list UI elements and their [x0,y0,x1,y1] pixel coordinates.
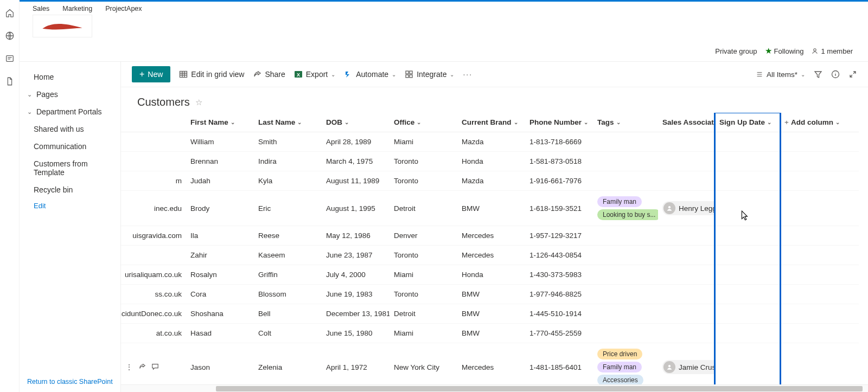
cell-signup[interactable] [715,226,780,246]
column-header-email[interactable] [121,113,186,132]
return-classic-link[interactable]: Return to classic SharePoint [27,378,113,385]
cell-tags[interactable] [593,132,658,152]
cell-email[interactable] [121,132,186,152]
cell-dob[interactable]: June 19, 1983 [322,285,390,304]
cell-dob[interactable]: April 28, 1989 [322,132,390,152]
column-header-office[interactable]: Office ⌄ [390,113,457,132]
home-icon[interactable] [4,8,15,18]
cell-assoc[interactable] [658,171,715,191]
cell-office[interactable]: Detroit [390,191,457,226]
cell-first[interactable]: Judah [186,171,254,191]
cell-assoc[interactable] [658,132,715,152]
cell-phone[interactable]: 1-770-455-2559 [525,324,593,343]
cell-tags[interactable] [593,265,658,285]
export-button[interactable]: X Export ⌄ [294,70,335,79]
cell-email[interactable]: at.co.uk [121,324,186,343]
new-button[interactable]: +New [132,66,170,82]
column-header-signup[interactable]: Sign Up Date ⌄ [715,113,780,132]
cell-phone[interactable]: 1-581-873-0518 [525,152,593,171]
cell-first[interactable]: Hasad [186,324,254,343]
cell-email[interactable]: ss.co.uk [121,285,186,304]
cell-signup[interactable] [715,343,780,384]
cell-signup[interactable] [715,285,780,304]
cell-brand[interactable]: BMW [457,304,525,324]
cell-add[interactable] [780,132,859,152]
cell-email[interactable] [121,246,186,265]
comment-icon[interactable] [151,363,159,372]
cell-brand[interactable]: Mazda [457,171,525,191]
cell-phone[interactable]: 1-445-510-1914 [525,304,593,324]
cell-brand[interactable]: BMW [457,191,525,226]
cell-email[interactable]: inec.edu [121,191,186,226]
cell-add[interactable] [780,152,859,171]
members-button[interactable]: 1 member [811,47,853,55]
share-button[interactable]: Share [253,70,285,79]
cell-office[interactable]: Toronto [390,171,457,191]
cell-phone[interactable]: 1-977-946-8825 [525,285,593,304]
cell-office[interactable]: Toronto [390,285,457,304]
cell-dob[interactable]: June 15, 1980 [322,324,390,343]
cell-assoc[interactable]: Jamie Crust [658,343,715,384]
cell-first[interactable]: Zahir [186,246,254,265]
file-icon[interactable] [4,76,15,87]
cell-tags[interactable]: Family manLooking to buy s... [593,191,658,226]
cell-add[interactable] [780,191,859,226]
tab-marketing[interactable]: Marketing [62,5,92,12]
cell-first[interactable]: William [186,132,254,152]
horizontal-scrollbar[interactable] [121,384,868,392]
cell-phone[interactable]: 1-916-661-7976 [525,171,593,191]
cell-signup[interactable] [715,171,780,191]
cell-tags[interactable] [593,246,658,265]
cell-tags[interactable] [593,226,658,246]
cell-office[interactable]: Detroit [390,304,457,324]
cell-email[interactable]: ⋮ [121,343,186,384]
cell-office[interactable]: Denver [390,226,457,246]
cell-first[interactable]: Brennan [186,152,254,171]
cell-tags[interactable] [593,304,658,324]
column-header-dob[interactable]: DOB ⌄ [322,113,390,132]
tab-sales[interactable]: Sales [33,5,49,12]
nav-home[interactable]: Home [20,68,120,86]
cell-last[interactable]: Griffin [254,265,322,285]
expand-button[interactable] [848,70,857,79]
cell-assoc[interactable]: Henry Legge [658,191,715,226]
cell-email[interactable] [121,152,186,171]
cell-first[interactable]: Shoshana [186,304,254,324]
cell-assoc[interactable] [658,285,715,304]
share-icon[interactable] [138,363,146,372]
cell-add[interactable] [780,304,859,324]
cell-phone[interactable]: 1-481-185-6401 [525,343,593,384]
nav-department-portals[interactable]: ⌄Department Portals [20,103,120,120]
associate-chip[interactable]: Henry Legge [662,201,715,215]
cell-office[interactable]: Miami [390,132,457,152]
cell-first[interactable]: Jason [186,343,254,384]
cell-phone[interactable]: 1-813-718-6669 [525,132,593,152]
cell-dob[interactable]: August 1, 1995 [322,191,390,226]
cell-office[interactable]: New York City [390,343,457,384]
nav-shared[interactable]: Shared with us [20,120,120,138]
cell-dob[interactable]: March 4, 1975 [322,152,390,171]
cell-dob[interactable]: May 12, 1986 [322,226,390,246]
cell-add[interactable] [780,343,859,384]
cell-add[interactable] [780,285,859,304]
view-selector[interactable]: All Items* ⌄ [756,70,805,79]
favorite-star-icon[interactable]: ☆ [195,98,202,107]
edit-grid-button[interactable]: Edit in grid view [179,70,244,79]
cell-last[interactable]: Zelenia [254,343,322,384]
cell-last[interactable]: Colt [254,324,322,343]
cell-first[interactable]: Brody [186,191,254,226]
globe-icon[interactable] [4,30,15,41]
cell-brand[interactable]: BMW [457,324,525,343]
more-button[interactable]: ··· [463,70,473,79]
cell-brand[interactable]: Mercedes [457,226,525,246]
cell-brand[interactable]: Mercedes [457,246,525,265]
cell-first[interactable]: Ila [186,226,254,246]
column-header-last[interactable]: Last Name ⌄ [254,113,322,132]
cell-phone[interactable]: 1-126-443-0854 [525,246,593,265]
cell-phone[interactable]: 1-618-159-3521 [525,191,593,226]
following-button[interactable]: ★Following [765,46,804,56]
cell-first[interactable]: Rosalyn [186,265,254,285]
automate-button[interactable]: Automate ⌄ [344,70,396,79]
cell-signup[interactable] [715,304,780,324]
cell-assoc[interactable] [658,246,715,265]
